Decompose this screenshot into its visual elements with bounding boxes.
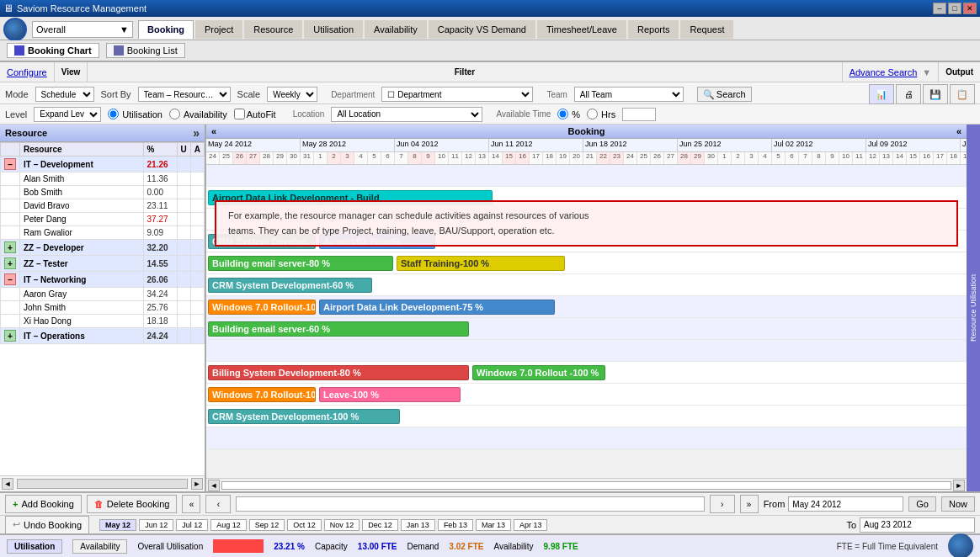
booking-list-tab[interactable]: Booking List [106, 43, 185, 58]
bar-win-100[interactable]: Windows 7.0 Rollout -100 % [472, 365, 605, 380]
month-feb13[interactable]: Feb 13 [438, 519, 473, 531]
minimize-button[interactable]: – [933, 3, 946, 14]
ram-gwalior-name: Ram Gwalior [20, 226, 144, 240]
bar-leave-100[interactable]: Leave-100 % [319, 387, 461, 402]
maximize-button[interactable]: □ [948, 3, 961, 14]
tab-timesheet[interactable]: Timesheet/Leave [537, 20, 626, 39]
tab-resource[interactable]: Resource [244, 20, 302, 39]
bar-airport-75[interactable]: Airport Data Link Development-75 % [319, 300, 555, 315]
tab-reports[interactable]: Reports [628, 20, 679, 39]
search-button[interactable]: 🔍 Search [697, 87, 752, 102]
delete-booking-button[interactable]: 🗑 Delete Booking [87, 495, 178, 513]
gantt-scroll-left[interactable]: ◄ [208, 480, 220, 491]
group-it-ops-expand[interactable]: + [4, 330, 16, 342]
location-select[interactable]: All Location [331, 107, 482, 122]
tab-booking[interactable]: Booking [138, 20, 194, 39]
resource-scroll-left[interactable]: ◄ [2, 478, 13, 490]
day-31: 31 [301, 152, 314, 164]
tab-availability[interactable]: Availability [365, 20, 427, 39]
group-it-net-collapse[interactable]: – [4, 273, 16, 285]
advance-search-link[interactable]: Advance Search [850, 67, 918, 77]
app-icon: 🖥 [3, 3, 13, 14]
output-btn-2[interactable]: 🖨 [896, 84, 921, 104]
nav-next-next[interactable]: » [740, 495, 759, 513]
team-select[interactable]: All Team [574, 87, 684, 102]
booking-expand-right[interactable]: « [956, 126, 961, 136]
configure-link[interactable]: Configure [7, 67, 47, 77]
month-aug12[interactable]: Aug 12 [210, 519, 247, 531]
mode-label: Mode [5, 89, 29, 99]
resource-scrollbar[interactable] [17, 479, 188, 489]
output-btn-1[interactable]: 📊 [869, 84, 894, 104]
month-jun12[interactable]: Jun 12 [139, 519, 173, 531]
tab-utilisation[interactable]: Utilisation [304, 20, 363, 39]
close-button[interactable]: ✕ [963, 3, 977, 14]
bar-email-60[interactable]: Building email server-60 % [208, 321, 469, 337]
timeline-nav-scrollbar[interactable] [236, 496, 704, 512]
title-bar: 🖥 Saviom Resource Management – □ ✕ [0, 0, 980, 17]
now-button[interactable]: Now [941, 496, 975, 512]
nav-prev[interactable]: ‹ [205, 495, 231, 513]
group-zz-dev-expand[interactable]: + [4, 241, 16, 253]
group-it-dev-collapse[interactable]: – [4, 158, 16, 170]
nav-next[interactable]: › [710, 495, 735, 513]
booking-chart-tab[interactable]: Booking Chart [7, 43, 99, 58]
nav-prev-prev[interactable]: « [182, 495, 200, 513]
month-may12[interactable]: May 12 [99, 519, 136, 531]
booking-expand-left[interactable]: « [211, 126, 216, 136]
undo-booking-button[interactable]: ↩ Undo Booking [5, 516, 89, 534]
add-booking-button[interactable]: + Add Booking [5, 495, 82, 513]
scale-select[interactable]: Weekly [267, 87, 317, 102]
day-26: 26 [233, 152, 247, 164]
pct-radio[interactable] [557, 109, 568, 119]
month-sep12[interactable]: Sep 12 [249, 519, 285, 531]
to-date-input[interactable] [860, 517, 975, 533]
day-27: 27 [247, 152, 260, 164]
pct-label: % [572, 109, 580, 119]
tab-request[interactable]: Request [680, 20, 733, 39]
bar-staff-training[interactable]: Staff Training-100 % [397, 256, 565, 271]
bar-crm-100[interactable]: CRM System Development-100 % [208, 409, 400, 424]
sort-select[interactable]: Team – Resourc… [138, 87, 231, 102]
day-2: 2 [328, 152, 341, 164]
bar-win-rollout-js[interactable]: Windows 7.0 Rollout-10… [208, 387, 316, 402]
bar-win-rollout-10[interactable]: Windows 7.0 Rollout-10… [208, 300, 316, 315]
month-nov12[interactable]: Nov 12 [324, 519, 360, 531]
group-zz-tester-expand[interactable]: + [4, 257, 16, 269]
output-btn-3[interactable]: 💾 [923, 84, 948, 104]
month-apr13[interactable]: Apr 13 [514, 519, 548, 531]
output-btn-4[interactable]: 📋 [950, 84, 975, 104]
utilisation-radio[interactable]: Utilisation [108, 109, 162, 119]
overall-dropdown[interactable]: Overall ▼ [32, 21, 133, 38]
util-tab[interactable]: Utilisation [7, 539, 62, 554]
go-button[interactable]: Go [908, 496, 936, 512]
autofit-checkbox[interactable] [234, 109, 245, 119]
gantt-row-aaron-gray: Billing System Development-80 % Windows … [206, 362, 967, 384]
availability-radio[interactable]: Availability [169, 109, 227, 119]
bar-billing-80[interactable]: Billing System Development-80 % [208, 365, 469, 380]
department-select[interactable]: ☐ Department [381, 87, 533, 102]
gantt-scrollbar[interactable] [221, 481, 951, 490]
month-jul12[interactable]: Jul 12 [176, 519, 208, 531]
hrs-input[interactable] [622, 108, 656, 121]
day-6b: 6 [786, 152, 799, 164]
hrs-radio[interactable] [587, 109, 598, 119]
month-oct12[interactable]: Oct 12 [287, 519, 322, 531]
tab-capacity[interactable]: Capacity VS Demand [429, 20, 535, 39]
avail-value: 9.98 FTE [544, 542, 578, 551]
bar-crm-60[interactable]: CRM System Development-60 % [208, 278, 372, 293]
gantt-scroll-right[interactable]: ► [953, 480, 965, 491]
from-date-input[interactable] [788, 496, 903, 512]
autofit-checkbox-group[interactable]: AutoFit [234, 109, 276, 119]
mode-select[interactable]: Schedule [35, 87, 94, 102]
bar-email-80[interactable]: Building email server-80 % [208, 256, 393, 271]
level-select[interactable]: Expand Lev… [34, 107, 101, 122]
month-mar13[interactable]: Mar 13 [476, 519, 511, 531]
month-dec12[interactable]: Dec 12 [362, 519, 398, 531]
tab-project[interactable]: Project [195, 20, 242, 39]
resource-scroll-right[interactable]: ► [191, 478, 203, 490]
day-21: 21 [583, 152, 597, 164]
month-jan13[interactable]: Jan 13 [401, 519, 435, 531]
resource-collapse-button[interactable]: » [193, 126, 200, 140]
avail-tab[interactable]: Availability [72, 539, 127, 554]
